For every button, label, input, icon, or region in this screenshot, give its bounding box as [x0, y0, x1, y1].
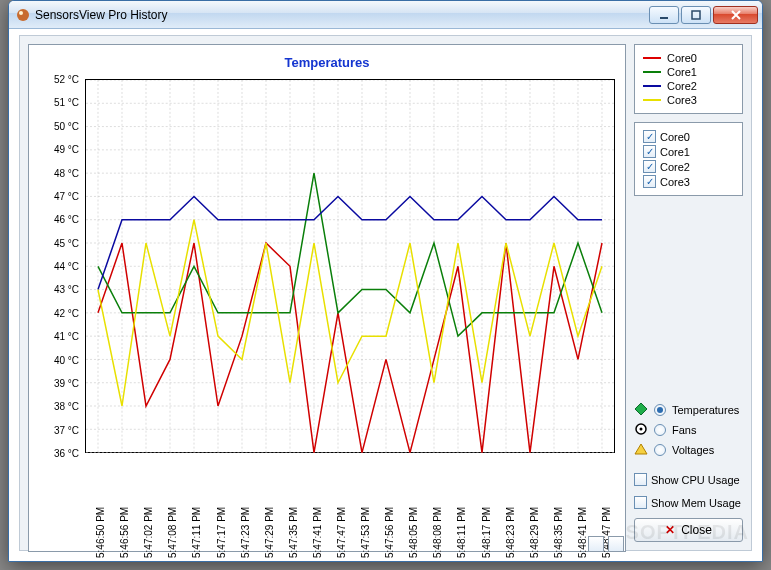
- window-close-button[interactable]: [713, 6, 758, 24]
- y-tick-label: 51 °C: [54, 97, 79, 108]
- y-tick-label: 41 °C: [54, 331, 79, 342]
- series-checkbox-panel: ✓Core0✓Core1✓Core2✓Core3: [634, 122, 743, 196]
- series-toggle-row[interactable]: ✓Core2: [643, 159, 734, 174]
- series-label: Core3: [660, 176, 690, 188]
- y-tick-label: 45 °C: [54, 237, 79, 248]
- y-tick-label: 50 °C: [54, 120, 79, 131]
- client-area: Temperatures 36 °C37 °C38 °C39 °C40 °C41…: [15, 31, 756, 555]
- metric-radio-label: Temperatures: [672, 404, 739, 416]
- svg-point-1: [19, 11, 23, 15]
- metric-radio-label: Fans: [672, 424, 696, 436]
- window-title: SensorsView Pro History: [35, 8, 649, 22]
- y-tick-label: 47 °C: [54, 190, 79, 201]
- series-toggle-row[interactable]: ✓Core0: [643, 129, 734, 144]
- svg-point-45: [640, 428, 643, 431]
- diamond-green-icon: [634, 402, 648, 418]
- svg-rect-2: [660, 17, 668, 19]
- y-tick-label: 40 °C: [54, 354, 79, 365]
- series-label: Core0: [660, 131, 690, 143]
- y-tick-label: 36 °C: [54, 448, 79, 459]
- legend-item: Core2: [643, 79, 734, 93]
- legend-swatch: [643, 71, 661, 73]
- metric-radio-row[interactable]: Fans: [634, 420, 743, 440]
- show-mem-usage-row[interactable]: Show Mem Usage: [634, 495, 743, 510]
- show-cpu-usage-checkbox[interactable]: [634, 473, 647, 486]
- chart-title: Temperatures: [284, 55, 369, 70]
- chart-panel: Temperatures 36 °C37 °C38 °C39 °C40 °C41…: [28, 44, 626, 552]
- y-axis-ticks: 36 °C37 °C38 °C39 °C40 °C41 °C42 °C43 °C…: [29, 79, 83, 453]
- series-label: Core1: [660, 146, 690, 158]
- maximize-button[interactable]: [681, 6, 711, 24]
- content: Temperatures 36 °C37 °C38 °C39 °C40 °C41…: [19, 35, 752, 551]
- metric-radio[interactable]: [654, 424, 666, 436]
- y-tick-label: 46 °C: [54, 214, 79, 225]
- y-tick-label: 49 °C: [54, 144, 79, 155]
- metric-radio-row[interactable]: Temperatures: [634, 400, 743, 420]
- y-tick-label: 38 °C: [54, 401, 79, 412]
- legend-item: Core0: [643, 51, 734, 65]
- close-icon: ✕: [665, 523, 675, 537]
- show-mem-usage-label: Show Mem Usage: [651, 497, 741, 509]
- chart-nav-buttons: [28, 534, 626, 554]
- app-window: SensorsView Pro History Temperatures 36 …: [8, 0, 763, 562]
- series-checkbox[interactable]: ✓: [643, 145, 656, 158]
- series-toggle-row[interactable]: ✓Core3: [643, 174, 734, 189]
- circle-outline-icon: [634, 422, 648, 438]
- series-toggle-row[interactable]: ✓Core1: [643, 144, 734, 159]
- minimize-button[interactable]: [649, 6, 679, 24]
- series-checkbox[interactable]: ✓: [643, 160, 656, 173]
- legend-item: Core1: [643, 65, 734, 79]
- metric-radio[interactable]: [654, 404, 666, 416]
- y-tick-label: 43 °C: [54, 284, 79, 295]
- chart-nav-button-2[interactable]: [608, 536, 624, 552]
- legend-label: Core2: [667, 80, 697, 92]
- side-panel: Core0Core1Core2Core3 ✓Core0✓Core1✓Core2✓…: [634, 44, 743, 542]
- y-tick-label: 37 °C: [54, 424, 79, 435]
- metric-radio-label: Voltages: [672, 444, 714, 456]
- close-button-label: Close: [681, 523, 712, 537]
- svg-marker-43: [635, 403, 647, 415]
- series-checkbox[interactable]: ✓: [643, 175, 656, 188]
- y-tick-label: 42 °C: [54, 307, 79, 318]
- plot-area[interactable]: [85, 79, 615, 453]
- show-mem-usage-checkbox[interactable]: [634, 496, 647, 509]
- titlebar[interactable]: SensorsView Pro History: [9, 1, 762, 29]
- metric-radio-group: TemperaturesFansVoltages: [634, 398, 743, 464]
- close-button[interactable]: ✕ Close: [634, 518, 743, 542]
- app-icon: [15, 7, 31, 23]
- svg-marker-46: [635, 444, 647, 454]
- series-checkbox[interactable]: ✓: [643, 130, 656, 143]
- legend-panel: Core0Core1Core2Core3: [634, 44, 743, 114]
- metric-radio[interactable]: [654, 444, 666, 456]
- legend-item: Core3: [643, 93, 734, 107]
- legend-swatch: [643, 57, 661, 59]
- series-label: Core2: [660, 161, 690, 173]
- svg-rect-3: [692, 11, 700, 19]
- legend-swatch: [643, 85, 661, 87]
- show-cpu-usage-row[interactable]: Show CPU Usage: [634, 472, 743, 487]
- legend-label: Core3: [667, 94, 697, 106]
- metric-radio-row[interactable]: Voltages: [634, 440, 743, 460]
- y-tick-label: 39 °C: [54, 377, 79, 388]
- show-cpu-usage-label: Show CPU Usage: [651, 474, 740, 486]
- svg-point-0: [17, 9, 29, 21]
- y-tick-label: 48 °C: [54, 167, 79, 178]
- triangle-yellow-icon: [634, 442, 648, 458]
- legend-label: Core0: [667, 52, 697, 64]
- chart-nav-button-1[interactable]: [588, 536, 604, 552]
- y-tick-label: 44 °C: [54, 261, 79, 272]
- legend-label: Core1: [667, 66, 697, 78]
- y-tick-label: 52 °C: [54, 74, 79, 85]
- legend-swatch: [643, 99, 661, 101]
